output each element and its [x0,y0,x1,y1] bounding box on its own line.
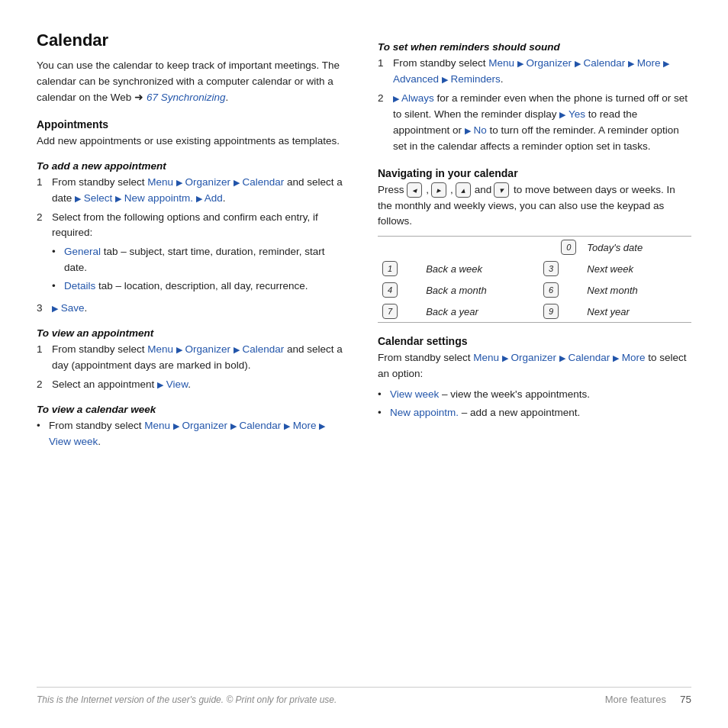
reminders-heading: To set when reminders should sound [378,41,691,53]
key-0: 0 [561,240,576,255]
view-step-2: 2 Select an appointment ▶ View. [37,377,350,393]
nav-heading: Navigating in your calendar [378,167,691,179]
two-columns: Calendar You can use the calendar to kee… [37,31,691,672]
label-back-month: Back a month [426,285,487,296]
key-4: 4 [382,282,398,298]
key-right: ▸ [431,182,446,198]
add-bullet-list: • General tab – subject, start time, dur… [52,244,350,295]
nav-para: Press ◂, ▸, ▴ and ▾ to move between days… [378,182,691,230]
nav-table-row-month: 4 Back a month 6 Next month [378,279,691,301]
reminder-step-2: 2 ▶ Always for a reminder even when the … [378,91,691,155]
label-next-year: Next year [587,306,630,317]
appointments-heading: Appointments [37,118,350,130]
add-step-3: 3 ▶ Save. [37,301,350,317]
add-step-2: 2 Select from the following options and … [37,210,350,298]
nav-table: 0 Today's date 1 Back a week 3 Next week… [378,236,691,323]
view-week-bullet-list: • From standby select Menu ▶ Organizer ▶… [37,418,350,450]
view-week-bullet: • From standby select Menu ▶ Organizer ▶… [37,418,350,450]
add-appointment-heading: To add a new appointment [37,160,350,172]
bullet-details: • Details tab – location, description, a… [52,279,350,295]
footer-disclaimer: This is the Internet version of the user… [37,694,337,705]
appointments-text: Add new appointments or use existing app… [37,134,350,150]
nav-table-row-week: 1 Back a week 3 Next week [378,258,691,279]
label-back-year: Back a year [426,306,478,317]
right-column: To set when reminders should sound 1 Fro… [378,31,691,672]
key-9: 9 [543,304,559,319]
bullet-general: • General tab – subject, start time, dur… [52,244,350,276]
key-3: 3 [543,261,559,276]
key-6: 6 [543,282,559,298]
left-column: Calendar You can use the calendar to kee… [37,31,350,672]
cal-settings-intro: From standby select Menu ▶ Organizer ▶ C… [378,350,691,382]
bullet-view-week: • View week – view the week's appointmen… [378,387,691,403]
bullet-new-appointm: • New appointm. – add a new appointment. [378,405,691,421]
key-7: 7 [382,304,398,319]
view-appointment-heading: To view an appointment [37,327,350,339]
nav-table-row-today: 0 Today's date [378,237,691,259]
view-week-heading: To view a calendar week [37,404,350,415]
key-down: ▾ [494,182,509,198]
label-next-month: Next month [587,285,637,296]
label-next-week: Next week [587,263,633,275]
footer: This is the Internet version of the user… [37,687,691,705]
view-step-1: 1 From standby select Menu ▶ Organizer ▶… [37,342,350,374]
key-left: ◂ [407,182,422,198]
add-step-1: 1 From standby select Menu ▶ Organizer ▶… [37,175,350,207]
reminder-step-1: 1 From standby select Menu ▶ Organizer ▶… [378,56,691,88]
intro-text: You can use the calendar to keep track o… [37,58,350,106]
key-up: ▴ [456,182,471,198]
label-back-week: Back a week [426,263,482,275]
cal-settings-bullets: • View week – view the week's appointmen… [378,387,691,421]
key-1: 1 [382,261,398,276]
page-title: Calendar [37,31,350,50]
label-today: Today's date [587,242,643,253]
nav-table-row-year: 7 Back a year 9 Next year [378,301,691,323]
footer-page-info: More features 75 [605,694,691,705]
cal-settings-heading: Calendar settings [378,335,691,347]
page: Calendar You can use the calendar to kee… [0,0,728,728]
